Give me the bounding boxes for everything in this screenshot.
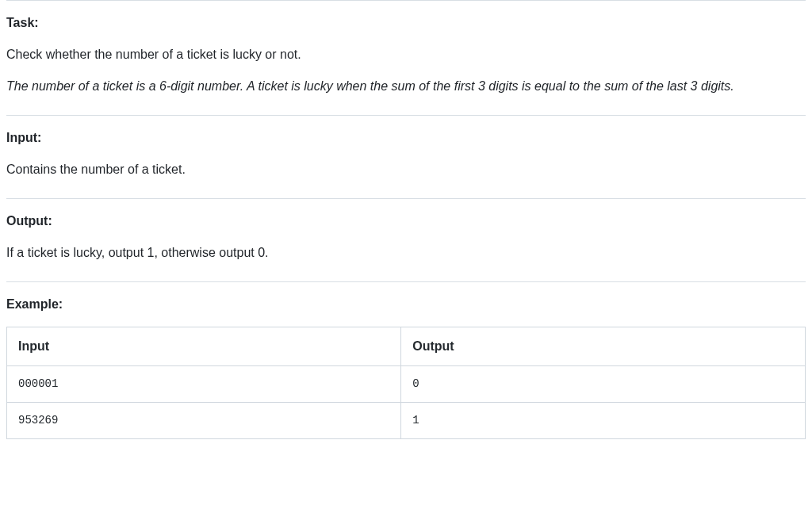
output-section: Output: If a ticket is lucky, output 1, …	[6, 199, 806, 281]
table-header-row: Input Output	[7, 327, 806, 366]
table-row: 000001 0	[7, 366, 806, 403]
example-table: Input Output 000001 0 953269 1	[6, 327, 806, 439]
task-description: Check whether the number of a ticket is …	[6, 45, 806, 64]
table-header-output: Output	[401, 327, 806, 366]
table-cell-output: 0	[401, 366, 806, 403]
table-row: 953269 1	[7, 403, 806, 439]
task-section: Task: Check whether the number of a tick…	[6, 1, 806, 115]
table-cell-input: 000001	[7, 366, 401, 403]
example-section: Example: Input Output 000001 0 953269 1	[6, 282, 806, 458]
task-label: Task:	[6, 13, 806, 33]
table-cell-output: 1	[401, 403, 806, 439]
table-header-input: Input	[7, 327, 401, 366]
input-section: Input: Contains the number of a ticket.	[6, 116, 806, 198]
output-label: Output:	[6, 212, 806, 231]
example-label: Example:	[6, 295, 806, 314]
output-description: If a ticket is lucky, output 1, otherwis…	[6, 243, 806, 262]
table-cell-input: 953269	[7, 403, 401, 439]
task-note: The number of a ticket is a 6-digit numb…	[6, 77, 806, 96]
input-label: Input:	[6, 128, 806, 147]
input-description: Contains the number of a ticket.	[6, 160, 806, 179]
